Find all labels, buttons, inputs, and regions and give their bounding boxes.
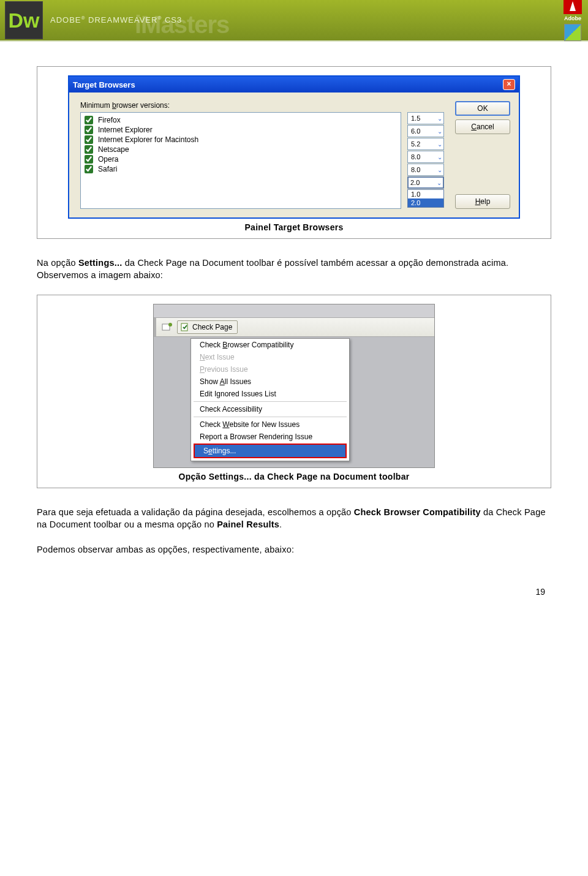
version-select[interactable]: 5.2⌄ bbox=[407, 138, 444, 150]
figure-check-page-menu: Check Page Check Browser Compatibility N… bbox=[37, 295, 551, 488]
browser-name: Opera bbox=[98, 155, 118, 164]
browser-row: Firefox bbox=[81, 115, 401, 125]
browser-name: Netscape bbox=[98, 145, 129, 154]
paragraph: Na opção Settings... da Check Page na Do… bbox=[37, 257, 551, 281]
page-number: 19 bbox=[37, 587, 551, 597]
imasters-cube-icon bbox=[564, 24, 581, 41]
version-select[interactable]: 1.5⌄ bbox=[407, 112, 444, 124]
chevron-down-icon: ⌄ bbox=[437, 128, 442, 135]
menu-item[interactable]: Check Website for New Issues bbox=[191, 418, 349, 431]
dropdown-option-selected[interactable]: 2.0 bbox=[408, 198, 443, 207]
figure-caption: Painel Target Browsers bbox=[68, 222, 520, 232]
browser-row: Internet Explorer bbox=[81, 125, 401, 135]
browser-name: Safari bbox=[98, 165, 117, 173]
adobe-brand: Adobe bbox=[564, 0, 582, 41]
version-dropdown-open[interactable]: 1.0 2.0 bbox=[407, 189, 444, 208]
help-button[interactable]: Help bbox=[455, 194, 510, 209]
adobe-text: Adobe bbox=[564, 15, 582, 21]
chevron-down-icon: ⌄ bbox=[437, 141, 442, 148]
chevron-down-icon: ⌄ bbox=[437, 179, 442, 186]
chevron-down-icon: ⌄ bbox=[437, 167, 442, 173]
menu-screenshot: Check Page Check Browser Compatibility N… bbox=[153, 304, 435, 468]
browser-row: Opera bbox=[81, 154, 401, 164]
browser-checkbox[interactable] bbox=[85, 126, 93, 134]
browser-checkbox[interactable] bbox=[85, 116, 93, 124]
version-select[interactable]: 2.0⌄ bbox=[407, 176, 444, 189]
dialog-titlebar: Target Browsers × bbox=[69, 77, 519, 93]
check-page-context-menu: Check Browser Compatibility Next Issue P… bbox=[190, 338, 350, 461]
chevron-down-icon: ⌄ bbox=[437, 154, 442, 160]
browser-list: Firefox Internet Explorer Internet Explo… bbox=[80, 112, 401, 209]
menu-item-highlighted: Settings... bbox=[194, 444, 347, 458]
browser-checkbox[interactable] bbox=[85, 155, 93, 164]
dreamweaver-logo: Dw bbox=[5, 1, 43, 39]
menu-item[interactable]: Check Accessibility bbox=[191, 403, 349, 415]
menu-item[interactable]: Report a Browser Rendering Issue bbox=[191, 431, 349, 443]
dropdown-option[interactable]: 1.0 bbox=[408, 190, 443, 198]
browser-name: Internet Explorer for Macintosh bbox=[98, 135, 198, 144]
version-select[interactable]: 8.0⌄ bbox=[407, 164, 444, 176]
menu-item[interactable]: Check Browser Compatibility bbox=[191, 339, 349, 351]
page-header: Dw ADOBE® DREAMWEAVER® CS3 iMasters Adob… bbox=[0, 0, 588, 42]
browser-row: Internet Explorer for Macintosh bbox=[81, 135, 401, 145]
target-browsers-dialog: Target Browsers × Minimum browser versio… bbox=[68, 75, 520, 219]
menu-separator bbox=[194, 417, 347, 417]
adobe-logo-icon bbox=[564, 0, 582, 14]
min-versions-label: Minimum browser versions: bbox=[80, 101, 444, 110]
browser-name: Firefox bbox=[98, 116, 121, 124]
menu-separator bbox=[194, 401, 347, 402]
paragraph: Para que seja efetuada a validação da pá… bbox=[37, 507, 551, 531]
close-icon[interactable]: × bbox=[503, 79, 515, 90]
cancel-button[interactable]: Cancel bbox=[455, 119, 510, 134]
menu-item-disabled: Next Issue bbox=[191, 351, 349, 363]
menu-item-settings[interactable]: Settings... bbox=[195, 445, 345, 457]
chevron-down-icon: ⌄ bbox=[437, 115, 442, 122]
menu-item[interactable]: Edit Ignored Issues List bbox=[191, 388, 349, 400]
dw-logo-text: Dw bbox=[9, 9, 40, 32]
menu-item-disabled: Previous Issue bbox=[191, 363, 349, 376]
check-page-button[interactable]: Check Page bbox=[177, 320, 238, 334]
version-select[interactable]: 8.0⌄ bbox=[407, 151, 444, 163]
browser-checkbox[interactable] bbox=[85, 145, 93, 154]
dialog-title: Target Browsers bbox=[73, 80, 135, 89]
watermark: iMasters bbox=[135, 11, 229, 39]
browser-row: Netscape bbox=[81, 145, 401, 154]
toolbar-icon bbox=[161, 322, 173, 333]
browser-name: Internet Explorer bbox=[98, 126, 153, 134]
figure-target-browsers: Target Browsers × Minimum browser versio… bbox=[37, 66, 551, 239]
paragraph: Podemos observar ambas as opções, respec… bbox=[37, 544, 551, 556]
version-column: 1.5⌄ 6.0⌄ 5.2⌄ 8.0⌄ 8.0⌄ 2.0⌄ 1.0 2.0 bbox=[407, 112, 444, 209]
browser-checkbox[interactable] bbox=[85, 165, 93, 173]
version-select[interactable]: 6.0⌄ bbox=[407, 125, 444, 137]
svg-rect-2 bbox=[181, 323, 187, 331]
figure-caption: Opção Settings... da Check Page na Docum… bbox=[68, 472, 520, 481]
browser-row: Safari bbox=[81, 164, 401, 174]
check-page-label: Check Page bbox=[192, 323, 232, 331]
document-toolbar: Check Page bbox=[154, 318, 434, 337]
menu-item[interactable]: Show All Issues bbox=[191, 376, 349, 388]
svg-point-1 bbox=[168, 323, 172, 327]
check-page-icon bbox=[180, 322, 190, 332]
browser-checkbox[interactable] bbox=[85, 135, 93, 144]
ok-button[interactable]: OK bbox=[455, 101, 510, 116]
